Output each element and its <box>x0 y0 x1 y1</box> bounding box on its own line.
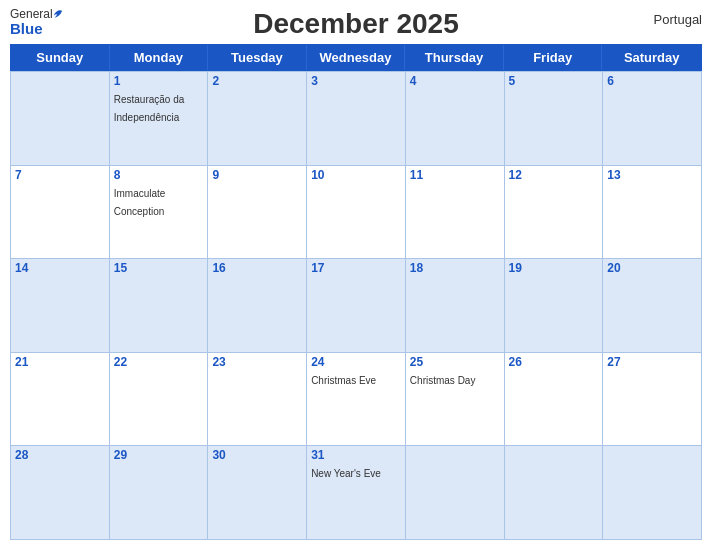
cell-day-number: 9 <box>212 168 302 182</box>
day-header-wednesday: Wednesday <box>307 45 406 70</box>
calendar-cell <box>603 446 702 540</box>
calendar-cell <box>406 446 505 540</box>
cell-day-number: 25 <box>410 355 500 369</box>
cell-day-number: 15 <box>114 261 204 275</box>
calendar-cell: 27 <box>603 353 702 447</box>
calendar-cell: 6 <box>603 72 702 166</box>
calendar-cell: 14 <box>11 259 110 353</box>
day-header-tuesday: Tuesday <box>208 45 307 70</box>
day-header-monday: Monday <box>110 45 209 70</box>
day-headers-row: SundayMondayTuesdayWednesdayThursdayFrid… <box>10 44 702 71</box>
cell-day-number: 29 <box>114 448 204 462</box>
calendar-cell: 24Christmas Eve <box>307 353 406 447</box>
calendar-cell: 8Immaculate Conception <box>110 166 209 260</box>
calendar-cell: 5 <box>505 72 604 166</box>
cell-day-number: 8 <box>114 168 204 182</box>
cell-day-number: 19 <box>509 261 599 275</box>
cell-day-number: 28 <box>15 448 105 462</box>
calendar-cell: 20 <box>603 259 702 353</box>
cell-day-number: 2 <box>212 74 302 88</box>
cell-day-number: 4 <box>410 74 500 88</box>
calendar-cell: 18 <box>406 259 505 353</box>
cell-day-number: 13 <box>607 168 697 182</box>
cell-event: Immaculate Conception <box>114 188 166 217</box>
day-header-thursday: Thursday <box>405 45 504 70</box>
logo: General Blue <box>10 8 53 38</box>
calendar-cell: 13 <box>603 166 702 260</box>
cell-event: Christmas Day <box>410 375 476 386</box>
country-label: Portugal <box>654 12 702 27</box>
cell-day-number: 20 <box>607 261 697 275</box>
cell-day-number: 7 <box>15 168 105 182</box>
logo-bird-icon <box>51 8 65 22</box>
calendar-cell: 21 <box>11 353 110 447</box>
cell-day-number: 5 <box>509 74 599 88</box>
calendar-cell: 22 <box>110 353 209 447</box>
cell-day-number: 3 <box>311 74 401 88</box>
cell-day-number: 27 <box>607 355 697 369</box>
cell-day-number: 6 <box>607 74 697 88</box>
calendar-cell: 26 <box>505 353 604 447</box>
calendar-cell: 15 <box>110 259 209 353</box>
calendar-cell: 3 <box>307 72 406 166</box>
calendar-header: General Blue December 2025 Portugal <box>10 8 702 40</box>
calendar-cell: 4 <box>406 72 505 166</box>
cell-day-number: 21 <box>15 355 105 369</box>
cell-day-number: 11 <box>410 168 500 182</box>
logo-blue-text: Blue <box>10 21 53 38</box>
calendar-cell: 12 <box>505 166 604 260</box>
calendar-cell: 1Restauração da Independência <box>110 72 209 166</box>
calendar-cell: 19 <box>505 259 604 353</box>
calendar-cell: 10 <box>307 166 406 260</box>
cell-day-number: 10 <box>311 168 401 182</box>
day-header-friday: Friday <box>504 45 603 70</box>
cell-event: Restauração da Independência <box>114 94 185 123</box>
calendar-cell <box>505 446 604 540</box>
calendar-cell: 30 <box>208 446 307 540</box>
cell-event: Christmas Eve <box>311 375 376 386</box>
cell-day-number: 14 <box>15 261 105 275</box>
cell-day-number: 30 <box>212 448 302 462</box>
cell-day-number: 17 <box>311 261 401 275</box>
calendar-cell: 9 <box>208 166 307 260</box>
day-header-sunday: Sunday <box>11 45 110 70</box>
cell-day-number: 12 <box>509 168 599 182</box>
cell-event: New Year's Eve <box>311 468 381 479</box>
calendar-cell: 25Christmas Day <box>406 353 505 447</box>
calendar-container: General Blue December 2025 Portugal Sund… <box>0 0 712 550</box>
cell-day-number: 31 <box>311 448 401 462</box>
cell-day-number: 22 <box>114 355 204 369</box>
cell-day-number: 1 <box>114 74 204 88</box>
calendar-cell: 31New Year's Eve <box>307 446 406 540</box>
month-title: December 2025 <box>253 8 458 40</box>
calendar-cell: 7 <box>11 166 110 260</box>
calendar-cell: 11 <box>406 166 505 260</box>
calendar-cell <box>11 72 110 166</box>
calendar-grid: 1Restauração da Independência2345678Imma… <box>10 71 702 540</box>
cell-day-number: 23 <box>212 355 302 369</box>
calendar-cell: 29 <box>110 446 209 540</box>
calendar-cell: 17 <box>307 259 406 353</box>
day-header-saturday: Saturday <box>602 45 701 70</box>
cell-day-number: 26 <box>509 355 599 369</box>
calendar-cell: 16 <box>208 259 307 353</box>
calendar-cell: 2 <box>208 72 307 166</box>
cell-day-number: 18 <box>410 261 500 275</box>
calendar-cell: 28 <box>11 446 110 540</box>
calendar-cell: 23 <box>208 353 307 447</box>
cell-day-number: 16 <box>212 261 302 275</box>
cell-day-number: 24 <box>311 355 401 369</box>
